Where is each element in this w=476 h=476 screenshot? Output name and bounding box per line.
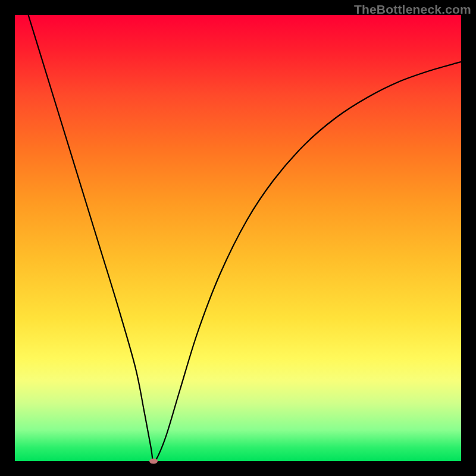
plot-area — [15, 15, 461, 461]
bottleneck-curve — [15, 15, 461, 461]
watermark-label: TheBottleneck.com — [354, 2, 471, 17]
chart-container: TheBottleneck.com — [0, 0, 476, 476]
minimum-marker — [149, 459, 158, 464]
curve-path — [29, 15, 462, 461]
